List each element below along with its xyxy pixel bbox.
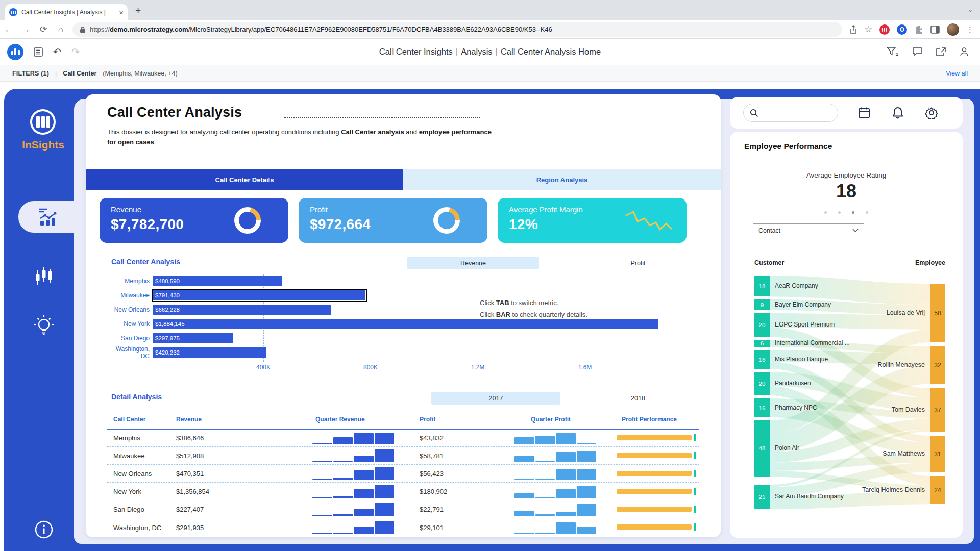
sidebar-item-stocks[interactable] [18,264,69,291]
table-row: Washington, DC$291,935$29,101 [107,518,699,536]
year-toggle-2018[interactable]: 2018 [607,392,669,405]
col-quarter-revenue[interactable]: Quarter Revenue [315,416,365,423]
axis-tick-label: 1.6M [570,364,600,371]
customer-node[interactable]: 9 [754,299,770,310]
cell-profit: $58,781 [420,452,444,460]
detail-table: Call Center Revenue Quarter Revenue Prof… [107,416,699,536]
library-logo-icon[interactable] [7,44,23,60]
account-person-icon[interactable] [960,47,969,57]
mstr-extension-icon[interactable] [879,24,890,35]
back-icon[interactable]: ← [0,24,17,35]
bar-chart: Memphis$480,590Milwaukee$791,430New Orle… [107,274,699,383]
bar-row: Washington, DC$420,232 [107,345,699,360]
cell-revenue: $386,646 [176,434,204,442]
forward-icon[interactable]: → [17,24,35,35]
share-icon[interactable] [849,25,857,34]
col-call-center[interactable]: Call Center [113,416,145,423]
sidebar-item-analysis[interactable] [18,201,78,233]
filters-count-label[interactable]: FILTERS (1) [12,70,49,77]
quarter-revenue-minichart [312,520,394,534]
bar-value-label: $480,590 [153,278,180,284]
blue-extension-icon[interactable] [897,24,907,35]
filter-name[interactable]: Call Center [63,70,96,77]
customer-node[interactable]: 16 [754,398,770,417]
bar-row: Milwaukee$791,430 [107,288,699,303]
quarter-revenue-minichart [312,467,394,480]
customer-label: EGPC Sport Premium [775,321,835,328]
customer-node[interactable]: 16 [754,350,770,369]
customer-node[interactable]: 20 [754,313,770,337]
metric-toggle-revenue[interactable]: Revenue [407,257,539,269]
redo-icon: ↷ [71,46,80,58]
sidebar-item-ideas[interactable] [18,312,69,339]
site-favicon-icon [9,8,17,16]
customer-node[interactable]: 21 [754,485,770,509]
comment-icon[interactable] [912,47,922,57]
quarter-revenue-minichart [312,431,394,444]
tab-region-analysis[interactable]: Region Analysis [403,169,721,190]
filter-funnel-icon[interactable]: 1 [887,47,899,57]
app-body: InSights Call Center Analysis This dossi… [0,82,980,551]
revenue-bar[interactable]: $420,232 [153,347,266,358]
revenue-bar[interactable]: $791,430 [153,290,365,300]
kpi-row: Revenue $7,782,700 Profit $972,664 Avera… [100,198,687,243]
revenue-bar[interactable]: $480,590 [153,276,282,286]
view-all-link[interactable]: View all [946,70,968,77]
revenue-bar[interactable]: $297,975 [153,333,233,343]
tab-title: Call Center Insights | Analysis | [21,9,115,16]
notifications-bell-icon[interactable] [891,106,904,119]
bar-value-label: $791,430 [153,292,180,298]
customer-node[interactable]: 48 [754,420,770,477]
lightbulb-icon [32,313,56,338]
search-icon [750,109,758,117]
bar-row: Memphis$480,590 [107,274,699,288]
customer-node[interactable]: 18 [754,276,770,296]
bookmark-star-icon[interactable]: ☆ [865,24,872,35]
sparkline-icon [624,208,673,235]
settings-gear-icon[interactable] [925,106,938,119]
undo-icon[interactable]: ↶ [53,46,61,58]
kpi-card-profit[interactable]: Profit $972,664 [299,198,487,243]
col-quarter-profit[interactable]: Quarter Profit [531,416,571,423]
profit-performance-bar [617,453,697,458]
customer-node[interactable]: 6 [754,340,770,347]
lock-icon [80,26,86,33]
employee-node[interactable]: 32 [930,346,945,384]
extensions-puzzle-icon[interactable] [914,25,923,34]
tab-search-chevron-icon[interactable]: ⌄ [968,6,973,13]
customer-node[interactable]: 20 [754,372,770,395]
col-revenue[interactable]: Revenue [176,416,202,423]
share-dossier-icon[interactable] [936,47,946,57]
calendar-icon[interactable] [857,106,871,119]
address-bar[interactable]: https://demo.microstrategy.com/MicroStra… [72,22,842,37]
metric-toggle-profit[interactable]: Profit [607,257,669,269]
employee-node[interactable]: 24 [930,476,945,504]
reload-icon[interactable]: ⟳ [35,24,52,35]
side-panel-icon[interactable] [930,26,940,34]
browser-tab[interactable]: Call Center Insights | Analysis | × [5,4,128,20]
year-toggle-2017[interactable]: 2017 [431,392,560,405]
employee-node[interactable]: 50 [930,284,945,342]
new-tab-button[interactable]: + [135,5,141,16]
employee-node[interactable]: 31 [930,436,945,472]
url-text: https://demo.microstrategy.com/MicroStra… [90,26,552,33]
toc-list-icon[interactable] [34,47,43,57]
employee-node[interactable]: 37 [930,388,945,432]
col-profit-performance[interactable]: Profit Performance [622,416,677,423]
profile-avatar[interactable] [947,23,959,36]
tab-call-center-details[interactable]: Call Center Details [86,169,403,190]
search-input[interactable] [743,104,838,122]
profit-performance-bar [617,471,697,476]
kpi-card-revenue[interactable]: Revenue $7,782,700 [100,198,288,243]
kpi-card-avg-profit-margin[interactable]: Average Profit Margin 12% [498,198,687,243]
filter-values: (Memphis, Milwaukee, +4) [103,70,177,77]
home-icon[interactable]: ⌂ [52,24,69,35]
revenue-bar[interactable]: $662,228 [153,305,331,315]
sidebar-item-info[interactable] [18,516,69,543]
bar-category-label: New Orleans [107,306,153,313]
col-profit[interactable]: Profit [420,416,435,423]
bar-category-label: San Diego [107,335,153,342]
tab-close-icon[interactable]: × [119,8,124,17]
browser-menu-icon[interactable]: ⋮ [966,25,974,34]
bar-category-label: Memphis [107,278,153,285]
